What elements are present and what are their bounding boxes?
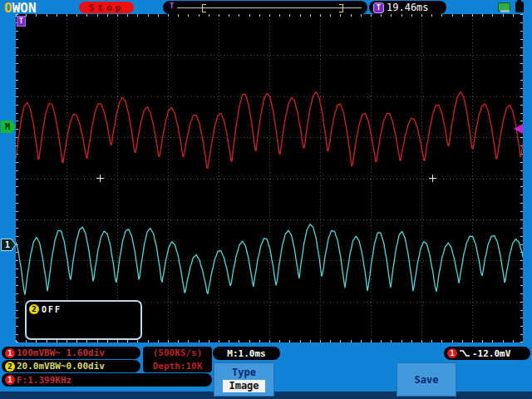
type-menu-label: Type [232, 367, 256, 378]
run-state-label: Stop [89, 2, 125, 13]
channel1-badge: 1 [5, 348, 15, 358]
record-trigger-marker: T [170, 2, 174, 10]
channel1-scale-readout: 1 100mVBW~ 1.60div [2, 347, 140, 359]
channel2-scale-readout: 2 20.0mVBW~0.00div [2, 360, 140, 372]
trigger-level-readout: 1 -12.0mV [444, 347, 530, 360]
trigger-level-arrow-icon[interactable] [514, 124, 523, 134]
falling-edge-icon [458, 348, 471, 358]
memory-depth-text: Depth:10K [145, 361, 209, 372]
timebase-readout: M:1.0ms [213, 347, 280, 360]
record-position-bar: T [163, 1, 367, 14]
save-button-label: Save [415, 374, 439, 386]
math-channel-marker-label: M [3, 121, 12, 133]
frequency-badge: 1 [5, 375, 15, 385]
run-state-button[interactable]: Stop [79, 2, 134, 13]
math-channel-marker[interactable]: M [1, 121, 16, 133]
channel1-marker-label: 1 [3, 239, 12, 251]
battery-status-icon [515, 2, 524, 12]
record-window-start-bracket [202, 4, 206, 12]
channel2-badge: 2 [29, 304, 39, 314]
trigger-source-badge: 1 [447, 348, 457, 358]
channel2-scale-badge: 2 [5, 362, 15, 372]
frequency-readout: 1 F:1.399KHz [2, 373, 212, 387]
channel2-status-popup: 2 OFF [25, 300, 142, 340]
trigger-level-text: -12.0mV [472, 348, 510, 359]
trigger-time-value: 19.46ms [387, 2, 429, 13]
channel2-scale-text: 20.0mVBW~0.00div [17, 361, 105, 372]
brand-logo-o: O [4, 0, 12, 16]
frequency-text: F:1.399KHz [17, 375, 71, 386]
trigger-horizontal-position-marker[interactable]: T [17, 16, 26, 27]
usb-status-icon [498, 2, 510, 12]
scope-canvas [16, 14, 523, 342]
oscilloscope-screen: OWON Stop T T 19.46ms T M 1 2 OFF 1 100m… [0, 0, 532, 399]
channel1-scale-text: 100mVBW~ 1.60div [17, 347, 105, 358]
type-menu-button[interactable]: Type Image [214, 362, 274, 397]
timebase-text: M:1.0ms [227, 348, 265, 359]
trigger-time-icon: T [373, 2, 384, 13]
save-button[interactable]: Save [397, 362, 456, 397]
trigger-time-readout: T 19.46ms [369, 1, 446, 14]
channel2-status-text: OFF [42, 305, 62, 314]
acquisition-readout: (500KS/s) Depth:10K [143, 347, 212, 372]
record-window-end-bracket [339, 4, 343, 12]
channel1-position-marker[interactable]: 1 [1, 239, 16, 251]
sample-rate-text: (500KS/s) [145, 347, 209, 358]
type-menu-value: Image [223, 380, 264, 392]
